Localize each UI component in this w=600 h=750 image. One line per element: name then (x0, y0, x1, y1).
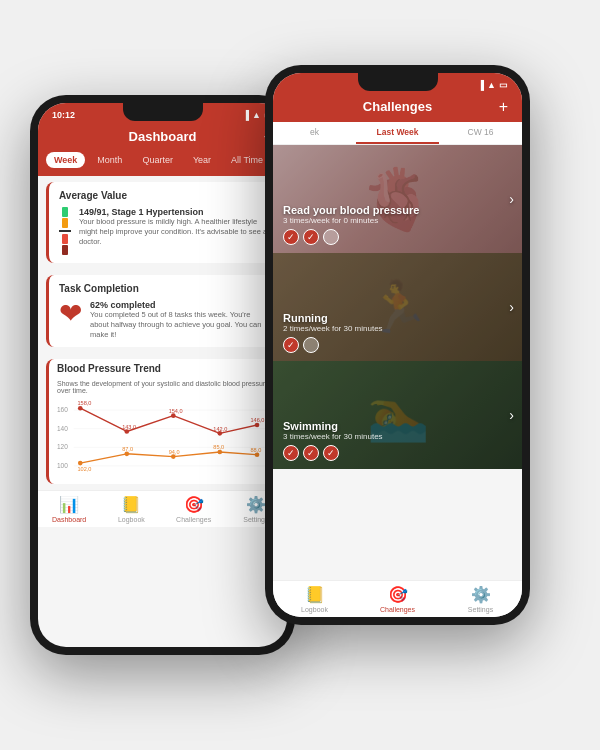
svg-point-19 (124, 452, 129, 457)
challenge-running-name: Running (283, 312, 512, 324)
bp-color-indicator (59, 207, 71, 255)
svg-text:142,0: 142,0 (213, 426, 227, 432)
challenge-swimming-name: Swimming (283, 420, 512, 432)
challenge-bp-schedule: 3 times/week for 0 minutes (283, 216, 512, 225)
tab-year[interactable]: Year (185, 152, 219, 168)
challenges-add-button[interactable]: + (499, 98, 508, 116)
wifi-icon-2: ▲ (487, 80, 496, 90)
average-value-title: Average Value (59, 190, 269, 201)
svg-text:158,0: 158,0 (77, 401, 91, 407)
svg-point-8 (78, 406, 83, 411)
swim-check-1: ✓ (283, 445, 299, 461)
tab-alltime[interactable]: All Time (223, 152, 271, 168)
svg-point-20 (171, 455, 176, 460)
svg-text:154,0: 154,0 (169, 408, 183, 414)
blood-pressure-trend-card: Blood Pressure Trend Shows the developme… (46, 359, 279, 484)
svg-point-22 (255, 453, 260, 458)
nav-challenges-label: Challenges (176, 516, 211, 523)
challenge-running-overlay: Running 2 times/week for 30 minutes ✓ (273, 253, 522, 361)
tab-month[interactable]: Month (89, 152, 130, 168)
svg-text:100: 100 (57, 462, 68, 469)
bp-bar-red (62, 234, 68, 244)
bottom-nav-1: 📊 Dashboard 📒 Logbook 🎯 Challenges ⚙️ Se… (38, 490, 287, 527)
bottom-nav-2: 📒 Logbook 🎯 Challenges ⚙️ Settings (273, 580, 522, 617)
svg-text:88,0: 88,0 (251, 447, 262, 453)
task-completion-text: 62% completed You completed 5 out of 8 t… (90, 300, 269, 339)
challenge-bp-checks: ✓ ✓ (283, 229, 512, 245)
svg-point-11 (218, 431, 223, 436)
challenge-running-arrow[interactable]: › (509, 299, 514, 315)
phone-dashboard-screen: 10:12 ▐ ▲ ▭ Dashboard + Week Month Q (38, 103, 287, 647)
swim-check-2: ✓ (303, 445, 319, 461)
wifi-icon: ▲ (252, 110, 261, 120)
svg-text:102,0: 102,0 (77, 466, 91, 472)
challenge-card-bp[interactable]: 🫀 Read your blood pressure 3 times/week … (273, 145, 522, 253)
svg-point-21 (218, 450, 223, 455)
challenge-swimming-checks: ✓ ✓ ✓ (283, 445, 512, 461)
average-value-text: 149/91, Stage 1 Hypertension Your blood … (79, 207, 269, 246)
bp-chart: 100 120 140 160 (57, 398, 271, 478)
svg-text:85,0: 85,0 (213, 444, 224, 450)
heart-icon: ❤ (59, 300, 82, 328)
svg-point-10 (171, 414, 176, 419)
signal-icon: ▐ (243, 110, 249, 120)
run-check-1: ✓ (283, 337, 299, 353)
scene: 10:12 ▐ ▲ ▭ Dashboard + Week Month Q (10, 15, 590, 735)
average-value-card: Average Value 149/91, Stage 1 Hypertensi… (46, 182, 279, 263)
notch-2 (358, 73, 438, 91)
nav2-settings[interactable]: ⚙️ Settings (439, 585, 522, 613)
signal-icon-2: ▐ (478, 80, 484, 90)
time-display: 10:12 (52, 110, 75, 120)
battery-icon-2: ▭ (499, 80, 508, 90)
challenge-swimming-overlay: Swimming 3 times/week for 30 minutes ✓ ✓… (273, 361, 522, 469)
logbook-nav-icon-2: 📒 (305, 585, 325, 604)
phone-dashboard: 10:12 ▐ ▲ ▭ Dashboard + Week Month Q (30, 95, 295, 655)
settings-nav-icon: ⚙️ (246, 495, 266, 514)
svg-text:146,0: 146,0 (251, 417, 265, 423)
bp-bar-darkred (62, 245, 68, 255)
challenge-card-swimming[interactable]: 🏊 Swimming 3 times/week for 30 minutes ✓… (273, 361, 522, 469)
svg-text:94,0: 94,0 (169, 449, 180, 455)
task-completion-card: Task Completion ❤ 62% completed You comp… (46, 275, 279, 347)
challenge-bp-name: Read your blood pressure (283, 204, 512, 216)
task-completion-title: Task Completion (59, 283, 269, 294)
svg-text:140: 140 (57, 425, 68, 432)
challenge-running-checks: ✓ (283, 337, 512, 353)
task-description: You completed 5 out of 8 tasks this week… (90, 310, 269, 339)
dashboard-header: Dashboard + (38, 125, 287, 152)
swim-check-3: ✓ (323, 445, 339, 461)
challenge-card-running[interactable]: 🏃 Running 2 times/week for 30 minutes ✓ … (273, 253, 522, 361)
svg-text:143,0: 143,0 (122, 424, 136, 430)
diagnosis-description: Your blood pressure is mildly high. A he… (79, 217, 269, 246)
phone-challenges-screen: ▐ ▲ ▭ Challenges + ek Last Week CW 16 (273, 73, 522, 617)
bp-bar-yellow (62, 218, 68, 228)
tab-week[interactable]: Week (46, 152, 85, 168)
notch-1 (123, 103, 203, 121)
nav-logbook[interactable]: 📒 Logbook (100, 495, 162, 523)
dashboard-nav-icon: 📊 (59, 495, 79, 514)
nav-logbook-label: Logbook (118, 516, 145, 523)
svg-point-9 (124, 429, 129, 434)
challenge-bp-arrow[interactable]: › (509, 191, 514, 207)
bp-bar-green (62, 207, 68, 217)
time-filter-tabs: Week Month Quarter Year All Time (38, 152, 287, 176)
logbook-nav-icon: 📒 (121, 495, 141, 514)
task-completion-content: ❤ 62% completed You completed 5 out of 8… (59, 300, 269, 339)
status-icons-2: ▐ ▲ ▭ (478, 80, 508, 90)
challenge-swimming-arrow[interactable]: › (509, 407, 514, 423)
nav2-logbook[interactable]: 📒 Logbook (273, 585, 356, 613)
chal-tab-lastweek[interactable]: Last Week (356, 122, 439, 144)
nav-dashboard[interactable]: 📊 Dashboard (38, 495, 100, 523)
challenge-swimming-schedule: 3 times/week for 30 minutes (283, 432, 512, 441)
bp-needle (59, 230, 71, 232)
dashboard-title: Dashboard (129, 129, 197, 144)
check-2: ✓ (303, 229, 319, 245)
chal-tab-cw16[interactable]: CW 16 (439, 122, 522, 144)
nav2-challenges[interactable]: 🎯 Challenges (356, 585, 439, 613)
challenges-header: Challenges + (273, 95, 522, 122)
tab-quarter[interactable]: Quarter (134, 152, 181, 168)
nav-challenges[interactable]: 🎯 Challenges (163, 495, 225, 523)
check-3 (323, 229, 339, 245)
run-check-2 (303, 337, 319, 353)
chal-tab-week[interactable]: ek (273, 122, 356, 144)
